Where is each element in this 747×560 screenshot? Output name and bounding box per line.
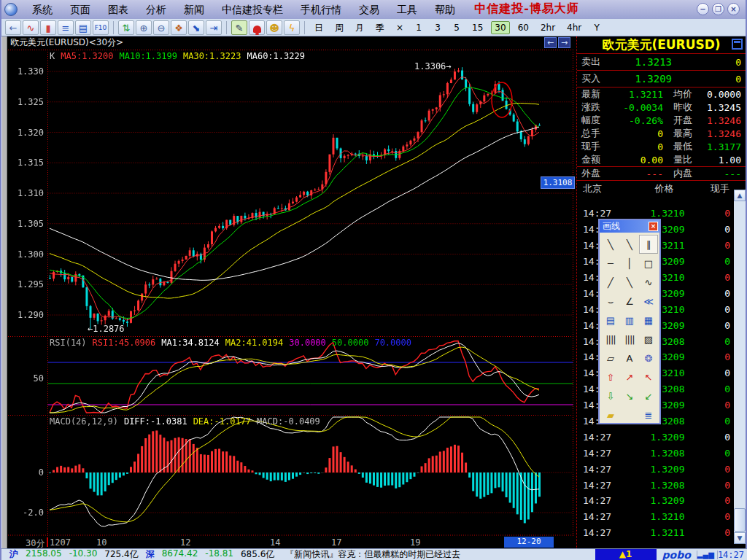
menu-交易[interactable]: 交易 <box>350 1 388 18</box>
palette-tool-arrow-up[interactable]: ⇧ <box>601 368 620 386</box>
palette-tool-cycle-lines[interactable]: |||| <box>601 330 620 349</box>
menu-新闻[interactable]: 新闻 <box>175 1 213 18</box>
tick-row[interactable]: 14:271.32090 <box>577 429 735 445</box>
scroll-up-arrow[interactable]: ▲ <box>734 190 746 201</box>
tick-row[interactable]: 14:271.32080 <box>577 477 735 493</box>
panel-layout-icon[interactable] <box>732 39 743 50</box>
palette-tool-arrow-ne[interactable]: ↗ <box>620 368 639 386</box>
x-axis-label: 14 <box>270 537 280 548</box>
scroll-down-arrow[interactable]: ▼ <box>734 532 746 544</box>
period-4hr[interactable]: 4hr <box>563 21 585 34</box>
line-chart-icon[interactable]: ∿ <box>23 20 39 35</box>
palette-tool-channel[interactable]: ▨ <box>639 330 658 349</box>
palette-tool-segment-2[interactable]: ╲ <box>620 273 639 292</box>
palette-close-icon[interactable]: × <box>649 222 658 231</box>
palette-tool-arrow-nw[interactable]: ↖ <box>639 368 658 386</box>
prev-page-icon[interactable]: ⬊ <box>188 20 204 35</box>
refresh-icon[interactable]: ⇅ <box>118 20 134 35</box>
palette-tool-arc[interactable]: ⌣ <box>601 292 620 311</box>
menu-分析[interactable]: 分析 <box>137 1 175 18</box>
tick-scrollbar[interactable]: ▲ ▼ <box>734 190 746 544</box>
palette-titlebar[interactable]: 画线 × <box>600 220 659 233</box>
menu-页面[interactable]: 页面 <box>61 1 99 18</box>
tick-row[interactable]: 14:271.32100 <box>577 509 735 525</box>
palette-tool-gann-fan[interactable]: ≪ <box>639 292 658 311</box>
tick-row[interactable]: 14:271.32110 <box>577 525 735 541</box>
tick-row[interactable]: 14:271.32090 <box>577 493 735 509</box>
period-30[interactable]: 30 <box>491 21 509 34</box>
period-1[interactable]: 1 <box>411 21 426 34</box>
restore-button[interactable]: ❐ <box>712 3 724 15</box>
f10-icon[interactable]: F10 <box>93 20 109 35</box>
draw-line-icon[interactable]: ✎ <box>231 20 247 35</box>
period-×[interactable]: × <box>392 21 407 34</box>
palette-tool-cycle-circle[interactable]: ❂ <box>639 349 658 368</box>
rsi-tick-50: 50 <box>1 373 44 384</box>
palette-tool-arrow-down[interactable]: ⇩ <box>601 386 620 405</box>
palette-tool-gann-grid[interactable]: ▤ <box>601 311 620 330</box>
scrollbar-thumb[interactable] <box>734 508 746 532</box>
palette-tool-horizontal-line[interactable]: ─ <box>601 254 620 273</box>
palette-tool-arrow-sw[interactable]: ↙ <box>639 386 658 405</box>
period-季[interactable]: 季 <box>372 21 388 34</box>
palette-tool-parallel-lines[interactable]: ∥ <box>639 235 658 254</box>
status-clock: 14:27 <box>718 550 747 560</box>
palette-tool-percent-lines[interactable]: ▥ <box>620 311 639 330</box>
period-2hr[interactable]: 2hr <box>537 21 559 34</box>
palette-tool-segment[interactable]: ╲ <box>620 235 639 254</box>
rsi-chart-canvas[interactable] <box>1 336 575 415</box>
index-quote: -18.81 <box>201 548 237 560</box>
palette-tool-wave-line[interactable]: ∿ <box>639 273 658 292</box>
kline-chart-icon[interactable]: ▮ <box>40 20 56 35</box>
period-3[interactable]: 3 <box>430 21 445 34</box>
palette-tool-regression-channel[interactable]: ▱ <box>601 349 620 368</box>
alert-badge[interactable]: ▲1 <box>595 549 657 560</box>
quote-list-icon[interactable]: ≡ <box>58 20 74 35</box>
next-page-icon[interactable]: ⇥ <box>206 20 222 35</box>
palette-tool-trendline[interactable]: ╲ <box>601 235 620 254</box>
palette-tool-tool-settings[interactable]: ≣ <box>639 405 658 424</box>
period-15[interactable]: 15 <box>468 21 487 34</box>
menu-手机行情[interactable]: 手机行情 <box>292 1 350 18</box>
palette-tool-spacer[interactable] <box>620 405 639 424</box>
close-button[interactable]: × <box>727 3 740 15</box>
palette-tool-text-tool[interactable]: A <box>620 349 639 368</box>
minimize-button[interactable]: − <box>697 3 709 15</box>
news-ticker[interactable]: 『新闻快讯』容克：但最糟糕的时期已经过去 <box>278 548 595 560</box>
tick-row[interactable]: 14:271.32080 <box>577 445 735 461</box>
menu-bar: 系统页面图表分析新闻中信建投专栏手机行情交易工具帮助 <box>23 1 464 18</box>
zoom-out-icon[interactable]: ⊖ <box>153 20 169 35</box>
palette-tool-angle[interactable]: ∠ <box>620 292 639 311</box>
palette-tool-fib-time-zones[interactable]: |||| <box>620 330 639 349</box>
left-splitter[interactable] <box>1 36 7 548</box>
menu-系统[interactable]: 系统 <box>23 1 61 18</box>
period-5[interactable]: 5 <box>449 21 464 34</box>
app-icon[interactable] <box>4 3 18 16</box>
scroll-right-button[interactable]: → <box>558 37 570 48</box>
users-icon[interactable]: ☻ <box>266 20 282 35</box>
period-周[interactable]: 周 <box>331 21 347 34</box>
menu-图表[interactable]: 图表 <box>99 1 137 18</box>
main-chart-canvas[interactable] <box>1 50 575 336</box>
palette-tool-ray[interactable]: ╱ <box>601 273 620 292</box>
menu-工具[interactable]: 工具 <box>388 1 426 18</box>
period-60[interactable]: 60 <box>514 21 533 34</box>
palette-tool-rectangle[interactable]: □ <box>639 254 658 273</box>
palette-tool-fibonacci-lines[interactable]: ▦ <box>639 311 658 330</box>
zoom-in-icon[interactable]: ⊕ <box>136 20 152 35</box>
report-icon[interactable]: ▤ <box>75 20 91 35</box>
palette-tool-vertical-line[interactable]: │ <box>620 254 639 273</box>
palette-tool-eraser[interactable]: ▰ <box>601 405 620 424</box>
period-日[interactable]: 日 <box>311 21 327 34</box>
menu-中信建投专栏[interactable]: 中信建投专栏 <box>213 1 292 18</box>
palette-tool-arrow-se[interactable]: ↘ <box>620 386 639 405</box>
scroll-left-button[interactable]: ← <box>544 37 557 48</box>
lightning-icon[interactable]: ϟ <box>284 20 300 35</box>
back-icon[interactable]: ← <box>5 20 21 35</box>
period-月[interactable]: 月 <box>352 21 368 34</box>
hand-tool-icon[interactable]: ❖ <box>171 20 187 35</box>
alarm-bell-icon[interactable] <box>249 20 265 35</box>
period-Y[interactable]: Y <box>589 21 604 34</box>
tick-row[interactable]: 14:271.32090 <box>577 461 735 477</box>
macd-chart-canvas[interactable] <box>1 415 575 536</box>
